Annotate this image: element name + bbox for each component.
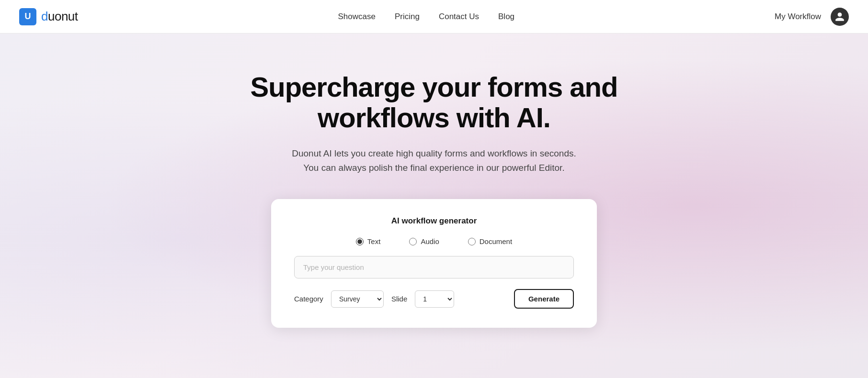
- category-label: Category: [294, 295, 323, 303]
- generator-card: AI workflow generator Text Audio Documen…: [271, 199, 597, 328]
- hero-subtitle: Duonut AI lets you create high quality f…: [190, 146, 678, 176]
- slide-select[interactable]: 1 2 3 5 10: [415, 290, 454, 308]
- radio-audio-input[interactable]: [409, 238, 417, 245]
- hero-subtitle-line2: You can always polish the final experien…: [303, 163, 564, 173]
- nav-contact[interactable]: Contact Us: [439, 12, 479, 22]
- hero-section: Supercharge your forms and workflows wit…: [0, 33, 868, 378]
- slide-label: Slide: [391, 295, 407, 303]
- logo-icon: U: [19, 8, 36, 25]
- hero-title: Supercharge your forms and workflows wit…: [190, 72, 678, 133]
- navbar-right: My Workflow: [775, 8, 849, 26]
- logo-name-rest: uonut: [48, 9, 78, 23]
- question-input[interactable]: [294, 256, 574, 278]
- radio-text[interactable]: Text: [356, 237, 381, 245]
- logo-text: duonut: [41, 9, 78, 24]
- radio-audio-label: Audio: [421, 237, 439, 245]
- hero-content: Supercharge your forms and workflows wit…: [171, 72, 697, 328]
- nav-blog[interactable]: Blog: [498, 12, 514, 22]
- input-type-group: Text Audio Document: [294, 237, 574, 245]
- nav-pricing[interactable]: Pricing: [395, 12, 420, 22]
- generate-button[interactable]: Generate: [514, 289, 574, 309]
- logo-name-start: d: [41, 9, 48, 23]
- radio-document-label: Document: [480, 237, 512, 245]
- generator-title: AI workflow generator: [294, 216, 574, 226]
- radio-document[interactable]: Document: [468, 237, 512, 245]
- user-avatar[interactable]: [831, 8, 849, 26]
- nav-showcase[interactable]: Showcase: [338, 12, 376, 22]
- nav-links: Showcase Pricing Contact Us Blog: [338, 12, 515, 22]
- radio-text-label: Text: [367, 237, 381, 245]
- radio-text-input[interactable]: [356, 238, 364, 245]
- controls-row: Category Survey Quiz Form Poll Slide 1 2…: [294, 289, 574, 309]
- my-workflow-link[interactable]: My Workflow: [775, 12, 821, 22]
- radio-document-input[interactable]: [468, 238, 476, 245]
- category-select[interactable]: Survey Quiz Form Poll: [331, 290, 384, 308]
- radio-audio[interactable]: Audio: [409, 237, 439, 245]
- logo-letter: U: [25, 11, 31, 22]
- hero-subtitle-line1: Duonut AI lets you create high quality f…: [292, 148, 576, 158]
- logo-link[interactable]: U duonut: [19, 8, 78, 25]
- navbar: U duonut Showcase Pricing Contact Us Blo…: [0, 0, 868, 33]
